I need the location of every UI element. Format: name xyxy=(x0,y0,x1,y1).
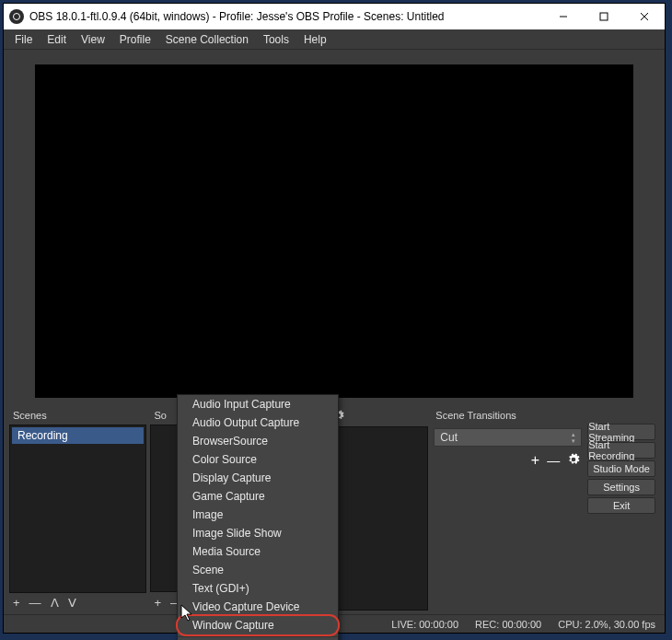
transitions-panel: Scene Transitions Cut ▴▾ + — xyxy=(432,407,584,611)
maximize-button[interactable] xyxy=(584,4,624,29)
transition-select[interactable]: Cut ▴▾ xyxy=(434,428,582,447)
cm-audio-output-capture[interactable]: Audio Output Capture xyxy=(178,413,338,432)
menu-tools[interactable]: Tools xyxy=(256,31,296,48)
menu-edit[interactable]: Edit xyxy=(40,31,74,48)
status-live: LIVE: 00:00:00 xyxy=(391,619,458,630)
cm-color-source[interactable]: Color Source xyxy=(178,450,338,469)
transition-gear-button[interactable] xyxy=(567,453,580,469)
cm-audio-input-capture[interactable]: Audio Input Capture xyxy=(178,395,338,413)
menu-scene-collection[interactable]: Scene Collection xyxy=(158,31,256,48)
cm-video-capture-device[interactable]: Video Capture Device xyxy=(178,598,338,616)
scenes-panel: Scenes Recording + — ᐱ ᐯ xyxy=(9,407,146,611)
settings-button[interactable]: Settings xyxy=(587,479,655,495)
window-title: OBS 18.0.1-ftl.0.9.4 (64bit, windows) - … xyxy=(29,10,444,23)
add-source-context-menu: Audio Input Capture Audio Output Capture… xyxy=(177,394,339,640)
preview-canvas[interactable] xyxy=(35,64,633,398)
scenes-remove-button[interactable]: — xyxy=(29,597,41,609)
control-buttons: Start Streaming Start Recording Studio M… xyxy=(587,407,659,611)
scenes-up-button[interactable]: ᐱ xyxy=(51,597,59,609)
titlebar: OBS 18.0.1-ftl.0.9.4 (64bit, windows) - … xyxy=(4,4,665,29)
transition-row: Cut ▴▾ xyxy=(432,425,584,450)
transition-remove-button[interactable]: — xyxy=(547,453,560,468)
exit-button[interactable]: Exit xyxy=(587,497,655,514)
start-recording-button[interactable]: Start Recording xyxy=(587,442,655,459)
menu-profile[interactable]: Profile xyxy=(112,31,158,48)
cm-window-capture[interactable]: Window Capture xyxy=(178,616,338,634)
transition-controls: + — xyxy=(432,450,584,474)
scene-item[interactable]: Recording xyxy=(12,427,144,444)
studio-mode-button[interactable]: Studio Mode xyxy=(587,460,655,477)
panels-row: Scenes Recording + — ᐱ ᐯ So + — ᐱ ᐯ xyxy=(4,407,665,614)
obs-window: OBS 18.0.1-ftl.0.9.4 (64bit, windows) - … xyxy=(3,3,666,634)
scenes-list[interactable]: Recording xyxy=(9,425,146,593)
status-rec: REC: 00:00:00 xyxy=(475,619,541,630)
transition-add-button[interactable]: + xyxy=(531,452,539,469)
cm-scene[interactable]: Scene xyxy=(178,561,338,579)
cm-image-slide-show[interactable]: Image Slide Show xyxy=(178,524,338,542)
status-cpu: CPU: 2.0%, 30.00 fps xyxy=(558,619,655,630)
menubar: File Edit View Profile Scene Collection … xyxy=(4,29,665,50)
scenes-down-button[interactable]: ᐯ xyxy=(68,597,76,609)
cm-separator xyxy=(178,636,338,637)
scenes-header: Scenes xyxy=(9,407,146,425)
cm-game-capture[interactable]: Game Capture xyxy=(178,487,338,506)
spinner-icon[interactable]: ▴▾ xyxy=(568,430,579,445)
start-streaming-button[interactable]: Start Streaming xyxy=(587,424,655,440)
menu-view[interactable]: View xyxy=(74,31,112,48)
menu-help[interactable]: Help xyxy=(296,31,334,48)
cm-browser-source[interactable]: BrowserSource xyxy=(178,432,338,450)
menu-file[interactable]: File xyxy=(7,31,40,48)
cm-display-capture[interactable]: Display Capture xyxy=(178,469,338,487)
close-button[interactable] xyxy=(624,4,665,29)
svg-rect-1 xyxy=(600,13,608,20)
obs-app-icon xyxy=(9,9,24,24)
sources-add-button[interactable]: + xyxy=(154,597,161,609)
minimize-button[interactable] xyxy=(543,4,584,29)
cm-image[interactable]: Image xyxy=(178,506,338,524)
scenes-controls: + — ᐱ ᐯ xyxy=(9,593,146,611)
cm-media-source[interactable]: Media Source xyxy=(178,542,338,561)
transitions-header: Scene Transitions xyxy=(432,407,584,425)
scenes-add-button[interactable]: + xyxy=(13,597,20,609)
preview-area xyxy=(4,50,665,407)
transition-selected: Cut xyxy=(440,431,458,444)
cm-text-gdi[interactable]: Text (GDI+) xyxy=(178,579,338,598)
